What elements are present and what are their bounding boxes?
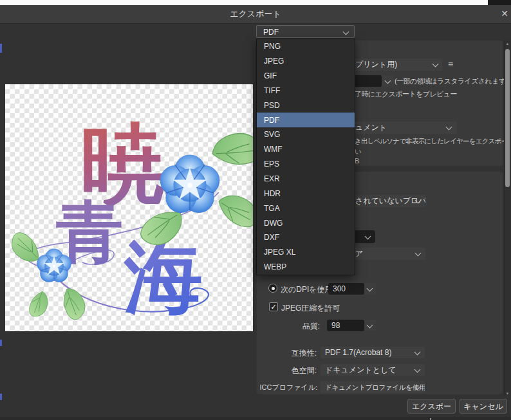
artwork: 暁 青 海 [5,84,253,331]
icc-profile-dropdown[interactable]: ドキュメントプロファイルを使用 [321,381,425,393]
edge-fragment [0,340,2,346]
quality-value-field[interactable]: 98 [327,320,364,331]
format-option-tga[interactable]: TGA [257,201,355,215]
format-option-list: PNG JPEG GIF TIFF PSD PDF SVG WMF EPS EX… [256,39,355,275]
format-option-webp[interactable]: WEBP [257,260,355,275]
compatibility-label: 互換性: [274,348,317,359]
preset-menu-icon[interactable]: ≡ [448,59,453,69]
radio-dot [272,287,275,290]
quality-value: 98 [331,321,340,330]
format-option-tiff[interactable]: TIFF [257,84,355,98]
preset-value: プリント用) [355,60,397,69]
colorspace-value: ドキュメントとして [325,365,396,374]
format-option-eps[interactable]: EPS [257,157,355,172]
persona-note-line2: い [355,147,361,156]
use-dpi-label: 次のDPIを使用: [281,284,335,295]
format-option-exr[interactable]: EXR [257,172,355,187]
rasterize-note: (一部の領域はラスタライズされます) [395,77,508,86]
underlying-dark-strip [488,0,511,5]
estimated-size-partial: B [355,157,359,165]
settings-scrollbar-thumb[interactable] [505,49,510,187]
colorspace-dropdown[interactable]: ドキュメントとして [321,364,425,376]
dpi-value-field[interactable]: 300 [328,283,364,295]
use-dpi-radio[interactable] [268,284,277,293]
format-option-jpeg[interactable]: JPEG [257,54,355,69]
export-preview: 暁 青 海 [5,84,253,331]
jpeg-compression-label: JPEG圧縮を許可 [281,303,340,314]
dpi-value: 300 [333,284,346,293]
scroll-down-icon[interactable]: ▼ [504,392,511,396]
format-combobox[interactable]: PDF [256,25,355,38]
cancel-button[interactable]: キャンセル [460,399,507,414]
export-button[interactable]: エクスポート [407,399,456,414]
format-combobox-value: PDF [263,28,279,37]
format-option-gif[interactable]: GIF [257,69,355,84]
format-option-jpegxl[interactable]: JPEG XL [257,245,355,260]
format-option-hdr[interactable]: HDR [257,186,355,201]
icc-profile-value: ドキュメントプロファイルを使用 [325,383,425,391]
jpeg-compression-checkbox[interactable]: ✓ [269,302,278,311]
dialog-title: エクスポート [0,8,511,20]
partial-dropdown-value: ア [355,249,363,258]
check-icon: ✓ [270,303,276,311]
format-option-png[interactable]: PNG [257,39,355,54]
persona-note-line1: き出しペルソナで非表示にしたレイヤーをエクスポートし [355,137,511,146]
preview-on-complete-label: 了時にエクスポートをプレビュー [355,89,457,99]
quality-label: 品質: [283,321,320,332]
icc-profile-label: ICCプロファイル: [257,383,317,392]
chevron-down-icon [343,29,349,35]
scroll-up-icon[interactable]: ▲ [504,42,511,46]
format-option-dxf[interactable]: DXF [257,230,355,245]
morning-glory-flower-large [160,155,220,213]
close-icon[interactable]: ✕ [499,8,510,19]
format-option-pdf[interactable]: PDF [257,113,355,127]
area-value: ュメント [355,123,387,132]
colorspace-label: 色空間: [274,365,317,376]
export-dialog: エクスポート ✕ プリント用) ≡ (一部の領域はラスタライズされます) 了時に… [0,0,511,420]
compatibility-value: PDF 1.7(Acrobat 8) [325,348,391,357]
edge-fragment [0,44,2,53]
format-option-wmf[interactable]: WMF [257,142,355,157]
format-option-psd[interactable]: PSD [257,98,355,113]
underlying-canvas-strip [0,0,488,5]
format-option-svg[interactable]: SVG [257,127,355,142]
format-option-dwg[interactable]: DWG [257,215,355,230]
edge-fragment [0,394,2,400]
compatibility-dropdown[interactable]: PDF 1.7(Acrobat 8) [321,347,425,358]
